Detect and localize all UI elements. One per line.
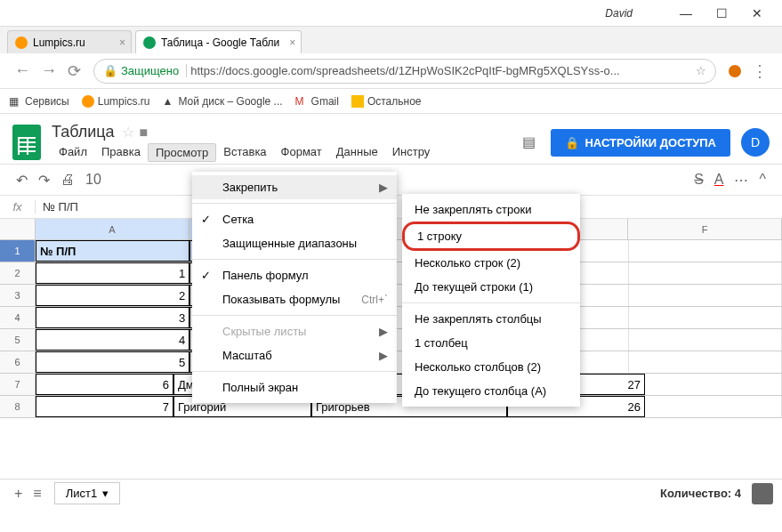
cell[interactable]: 3	[36, 307, 189, 328]
menu-freeze[interactable]: Закрепить ▶	[192, 175, 397, 199]
menu-insert[interactable]: Вставка	[216, 143, 273, 162]
freeze-up-to-row[interactable]: До текущей строки (1)	[402, 275, 580, 299]
more-button[interactable]: ⋯	[734, 172, 748, 189]
close-button[interactable]: ✕	[739, 3, 775, 24]
maximize-button[interactable]: ☐	[704, 3, 739, 24]
bookmark-drive[interactable]: ▲ Мой диск – Google ...	[162, 95, 282, 108]
menu-tools[interactable]: Инстру	[385, 143, 438, 162]
browser-tab[interactable]: Lumpics.ru ×	[7, 30, 132, 53]
freeze-many-cols[interactable]: Несколько столбцов (2)	[402, 355, 580, 379]
cell[interactable]: 2	[36, 285, 189, 306]
cell[interactable]	[629, 307, 782, 328]
freeze-one-col[interactable]: 1 столбец	[402, 331, 580, 355]
close-icon[interactable]: ×	[289, 36, 295, 49]
cell[interactable]	[629, 262, 782, 284]
separator	[192, 315, 397, 316]
sheets-logo-icon[interactable]	[12, 125, 41, 160]
select-all-corner[interactable]	[0, 219, 36, 239]
zoom-value[interactable]: 10	[85, 172, 101, 188]
secure-label: Защищено	[121, 64, 187, 77]
share-button[interactable]: 🔒 НАСТРОЙКИ ДОСТУПА	[551, 129, 730, 157]
cell[interactable]	[629, 351, 782, 373]
print-button[interactable]: 🖨	[60, 172, 75, 188]
gmail-icon: M	[295, 95, 308, 108]
cell[interactable]: 4	[36, 329, 189, 351]
collapse-button[interactable]: ^	[759, 172, 766, 188]
fx-input[interactable]: № П/П	[36, 200, 85, 214]
strikethrough-button[interactable]: S	[694, 172, 704, 188]
menu-grid[interactable]: ✓ Сетка	[192, 207, 397, 231]
browser-menu-button[interactable]: ⋮	[752, 61, 768, 81]
menu-formula-bar[interactable]: ✓ Панель формул	[192, 263, 397, 287]
bookmark-lumpics[interactable]: Lumpics.ru	[82, 95, 150, 108]
row-header[interactable]: 6	[0, 351, 36, 373]
comments-icon[interactable]: ▤	[522, 133, 540, 151]
undo-button[interactable]: ↶	[16, 172, 28, 189]
row-header[interactable]: 4	[0, 307, 36, 328]
cell[interactable]	[629, 285, 782, 306]
column-header[interactable]: A	[36, 219, 189, 239]
url-bar-row: ← → ⟳ 🔒 Защищено https://docs.google.com…	[0, 53, 782, 89]
cell[interactable]: 6	[36, 374, 173, 395]
freeze-no-rows[interactable]: Не закреплять строки	[402, 197, 580, 222]
row-header[interactable]: 2	[0, 262, 36, 284]
minimize-button[interactable]: —	[668, 3, 704, 24]
cell[interactable]: 1	[36, 262, 189, 284]
cell[interactable]	[645, 396, 782, 417]
freeze-no-cols[interactable]: Не закреплять столбцы	[402, 307, 580, 331]
star-icon[interactable]: ☆	[122, 124, 134, 141]
cell[interactable]: № П/П	[36, 240, 189, 262]
menu-format[interactable]: Формат	[274, 143, 329, 162]
cell[interactable]	[629, 240, 782, 262]
close-icon[interactable]: ×	[119, 36, 125, 49]
all-sheets-button[interactable]: ≡	[33, 486, 41, 502]
menu-show-formulas[interactable]: Показывать формулы Ctrl+`	[192, 287, 397, 311]
row-header[interactable]: 3	[0, 285, 36, 306]
bookmark-gmail[interactable]: M Gmail	[295, 95, 339, 108]
add-sheet-button[interactable]: +	[14, 486, 22, 502]
menu-fullscreen[interactable]: Полный экран	[192, 375, 397, 399]
column-header[interactable]: F	[628, 219, 782, 239]
cell[interactable]	[645, 374, 782, 395]
extension-icon[interactable]	[729, 65, 741, 77]
sheet-tab[interactable]: Лист1 ▾	[54, 482, 120, 504]
freeze-up-to-col[interactable]: До текущего столбца (A)	[402, 379, 580, 403]
separator	[192, 371, 397, 372]
titlebar-user: David	[605, 7, 633, 20]
freeze-many-rows[interactable]: Несколько строк (2)	[402, 251, 580, 275]
bookmark-star-icon[interactable]: ☆	[696, 64, 706, 77]
back-button[interactable]: ←	[14, 61, 30, 80]
row-header[interactable]: 7	[0, 374, 36, 395]
menu-edit[interactable]: Правка	[94, 143, 148, 162]
avatar[interactable]: D	[741, 128, 770, 157]
reload-button[interactable]: ⟳	[68, 61, 81, 81]
bookmark-other[interactable]: Остальное	[351, 95, 422, 108]
row-header[interactable]: 1	[0, 240, 36, 262]
fx-label: fx	[0, 200, 36, 214]
menu-zoom[interactable]: Масштаб ▶	[192, 343, 397, 367]
cell[interactable]: 5	[36, 351, 189, 373]
row-header[interactable]: 8	[0, 396, 36, 417]
bookmark-services[interactable]: ▦ Сервисы	[9, 95, 69, 108]
forward-button[interactable]: →	[41, 61, 57, 80]
chevron-down-icon[interactable]: ▾	[102, 487, 109, 500]
menu-view[interactable]: Просмотр	[148, 143, 216, 162]
text-color-button[interactable]: A	[714, 172, 724, 188]
sheet-tab-bar: + ≡ Лист1 ▾ Количество: 4	[0, 479, 782, 507]
folder-icon[interactable]: ■	[140, 125, 149, 141]
row-header[interactable]: 5	[0, 329, 36, 351]
explore-button[interactable]	[752, 483, 773, 504]
cell[interactable]	[629, 329, 782, 351]
menu-file[interactable]: Файл	[52, 143, 94, 162]
apps-icon: ▦	[9, 95, 21, 108]
shortcut-label: Ctrl+`	[361, 294, 388, 306]
browser-tab[interactable]: Таблица - Google Табли ×	[135, 30, 302, 53]
menu-protected-ranges[interactable]: Защищенные диапазоны	[192, 231, 397, 255]
redo-button[interactable]: ↷	[38, 172, 50, 189]
separator	[192, 203, 397, 204]
address-bar[interactable]: 🔒 Защищено https://docs.google.com/sprea…	[93, 59, 716, 84]
freeze-one-row[interactable]: 1 строку	[402, 222, 580, 251]
doc-title[interactable]: Таблица	[52, 123, 115, 141]
cell[interactable]: 7	[36, 396, 173, 417]
menu-data[interactable]: Данные	[329, 143, 385, 162]
